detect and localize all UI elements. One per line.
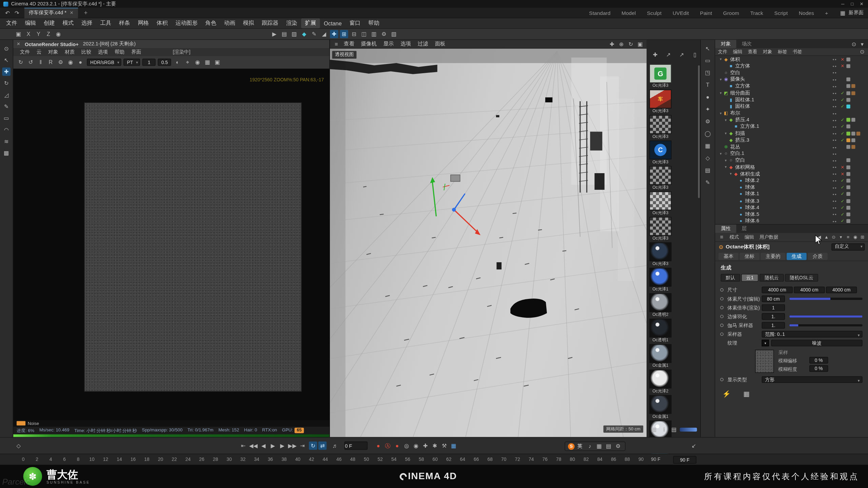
material-item[interactable]: Oc光泽3 <box>649 166 671 190</box>
viewport-menu-item[interactable]: 显示 <box>380 40 397 47</box>
rotate-view-icon[interactable]: ↻ <box>627 40 635 48</box>
timeline-ruler[interactable]: 90 F 90 F 024681012141618202224262830323… <box>0 454 868 465</box>
visibility-dots[interactable]: ●● <box>833 199 839 203</box>
object-manager-menu-item[interactable]: 书签 <box>790 48 805 55</box>
previous-key-button[interactable]: ◀◀ <box>249 442 258 450</box>
viewport-menu-item[interactable]: 过滤 <box>414 40 432 47</box>
check-mark-icon[interactable]: ✓ <box>840 90 845 96</box>
size-x-field[interactable]: 4000 cm <box>762 286 793 293</box>
menubar-item[interactable]: 跟踪器 <box>258 18 282 28</box>
visibility-dots[interactable]: ●● <box>833 64 839 68</box>
object-tag-icon[interactable] <box>856 131 860 135</box>
object-name[interactable]: 空白.1 <box>729 150 744 157</box>
expand-caret-icon[interactable]: ▾ <box>724 158 728 163</box>
pingpong-playback-button[interactable]: ⇄ <box>318 442 327 450</box>
material-thumbnail[interactable]: G <box>649 64 671 83</box>
autokey-toggle-button[interactable]: Ⓐ <box>383 442 392 450</box>
menubar-item[interactable]: 文件 <box>2 18 21 28</box>
select-tool-icon[interactable]: ↖ <box>2 56 11 64</box>
close-button[interactable]: ✕ <box>857 1 866 7</box>
axis-modification-icon[interactable]: ✚ <box>330 30 338 38</box>
attribute-menu-icon[interactable]: ≡ <box>717 233 726 241</box>
generate-preset-button[interactable]: 默认 <box>721 274 740 282</box>
material-thumbnail[interactable] <box>649 370 671 389</box>
reset-render-icon[interactable]: ↺ <box>26 58 35 66</box>
object-tag-icon[interactable] <box>846 138 850 142</box>
object-row[interactable]: ●球体.5●●✓ <box>715 211 868 218</box>
cross-mark-icon[interactable]: ✕ <box>840 57 845 62</box>
object-name[interactable]: 球体.2 <box>744 177 759 184</box>
octane-menu-item[interactable]: 比较 <box>78 48 95 56</box>
object-manager-menu-item[interactable]: 对象 <box>760 48 775 55</box>
material-info-icon[interactable]: ℹ <box>660 426 668 434</box>
next-key-button[interactable]: ▶▶ <box>288 442 297 450</box>
object-row[interactable]: ●球体.4●●✓ <box>715 204 868 211</box>
object-name[interactable]: 球体.1 <box>744 190 759 198</box>
check-mark-icon[interactable]: ✓ <box>840 205 845 210</box>
toggle-view-icon[interactable]: ▣ <box>636 40 644 48</box>
check-mark-icon[interactable]: ✓ <box>840 178 845 183</box>
modeling-mode-icon[interactable]: ◢ <box>320 30 328 38</box>
save-material-icon[interactable]: ↗ <box>677 50 686 59</box>
colorspace-dropdown[interactable]: HDR/sRGB <box>87 59 121 66</box>
modeling-axis-icon[interactable]: ▣ <box>14 30 22 38</box>
object-row[interactable]: ▾◆体积网格●●✕ <box>715 164 868 170</box>
render-passes-icon[interactable]: ▦ <box>203 58 212 66</box>
background-toggle-icon[interactable]: ▣ <box>213 58 221 66</box>
tab-close-icon[interactable]: ✕ <box>70 11 74 16</box>
menubar-item[interactable]: 渲染 <box>282 18 301 28</box>
sampler-dropdown[interactable]: 范围: 0..1 <box>762 331 863 338</box>
visibility-dots[interactable]: ●● <box>833 85 839 88</box>
virtual-keyboard-icon[interactable]: ▦ <box>595 442 603 450</box>
object-name[interactable]: 圆柱体 <box>734 103 750 110</box>
record-keyframe-button[interactable]: ● <box>374 442 382 450</box>
visibility-dots[interactable]: ●● <box>833 105 839 108</box>
generate-preset-button[interactable]: 随机OSL云 <box>785 274 818 282</box>
object-row[interactable]: ▾◆扫描●●✓ <box>715 130 868 137</box>
object-name[interactable]: 体积生成 <box>739 170 760 178</box>
text-object-icon[interactable]: T <box>704 81 712 89</box>
gamma-field[interactable]: 1. <box>762 322 785 328</box>
expand-caret-icon[interactable]: ▾ <box>724 165 728 169</box>
visibility-dots[interactable]: ●● <box>833 172 839 176</box>
menubar-item[interactable]: 模式 <box>59 18 78 28</box>
check-mark-icon[interactable]: ✓ <box>840 198 845 203</box>
noise-pass-chip[interactable] <box>17 421 25 425</box>
cross-mark-icon[interactable]: ✕ <box>840 165 845 170</box>
material-item[interactable]: Oc光泽2 <box>649 370 671 393</box>
redo-icon[interactable]: ↷ <box>13 8 21 17</box>
object-name[interactable]: 立方体 <box>734 62 750 69</box>
object-name[interactable]: 细分曲面 <box>729 89 750 97</box>
object-type-icon[interactable]: ■ <box>728 84 734 89</box>
object-type-icon[interactable]: ○ <box>728 158 734 163</box>
help-icon[interactable]: ⚡ <box>722 389 731 398</box>
material-thumbnail[interactable] <box>649 395 671 414</box>
menubar-item[interactable]: 动画 <box>220 18 239 28</box>
attribute-mode-item[interactable]: 编辑 <box>742 234 757 241</box>
visibility-dots[interactable]: ●● <box>833 58 839 61</box>
workplane-icon[interactable]: ◫ <box>360 30 368 38</box>
octane-close-icon[interactable]: ✕ <box>17 41 20 46</box>
check-mark-icon[interactable]: ✓ <box>840 124 845 129</box>
voxel-size-slider[interactable] <box>789 298 863 300</box>
go-to-end-button[interactable]: ⇥ <box>298 442 307 450</box>
scale-tool-icon[interactable]: ◿ <box>2 91 11 99</box>
coordinate-system-button[interactable]: ◉ <box>54 30 62 38</box>
material-thumbnail[interactable] <box>649 191 671 210</box>
menubar-item[interactable]: 选择 <box>78 18 97 28</box>
octane-menu-item[interactable]: 文件 <box>17 48 33 56</box>
render-camera-icon[interactable]: ◉ <box>193 58 201 66</box>
visibility-dots[interactable]: ●● <box>833 179 839 182</box>
menubar-item[interactable]: 角色 <box>201 18 220 28</box>
object-row[interactable]: ▾◆挤压.4●●✓ <box>715 117 868 123</box>
object-row[interactable]: ▾◧布尔●● <box>715 110 868 117</box>
object-name[interactable]: 挤压.4 <box>734 116 749 123</box>
deformer-icon[interactable]: ⚙ <box>704 117 712 125</box>
object-manager-menu-item[interactable]: 文件 <box>715 48 730 55</box>
material-thumbnail[interactable] <box>649 344 671 363</box>
grid-view-icon[interactable]: ▦ <box>650 426 658 434</box>
record-position-toggle[interactable]: ◎ <box>402 442 411 450</box>
feather-field[interactable]: 1. <box>762 313 785 320</box>
object-tag-icon[interactable] <box>846 219 850 223</box>
materials-scrollbar[interactable] <box>698 65 700 198</box>
